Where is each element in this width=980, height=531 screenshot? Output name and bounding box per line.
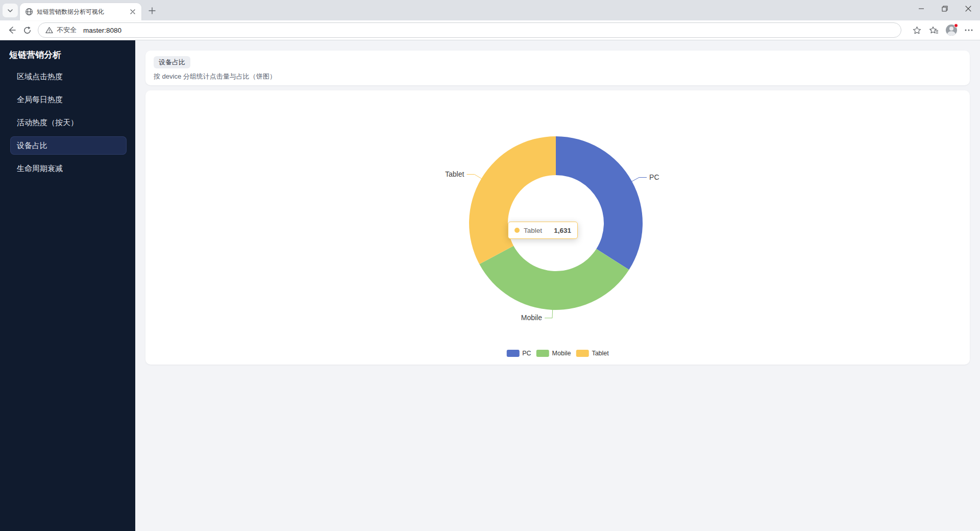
page-content: 短链营销分析 区域点击热度 全局每日热度 活动热度（按天） 设备占比 生命周期衰… bbox=[0, 40, 980, 531]
chart-legend: PC Mobile Tablet bbox=[506, 350, 609, 357]
legend-item-pc[interactable]: PC bbox=[506, 350, 531, 357]
app-title: 短链营销分析 bbox=[0, 40, 135, 61]
label-line-tablet bbox=[467, 174, 481, 178]
close-icon bbox=[130, 9, 135, 14]
ellipsis-icon bbox=[965, 29, 973, 31]
browser-tab[interactable]: 短链营销数据分析可视化 bbox=[20, 3, 141, 20]
sidebar-item-global-daily-heat[interactable]: 全局每日热度 bbox=[10, 90, 127, 109]
chevron-down-icon bbox=[7, 7, 14, 14]
legend-label-mobile: Mobile bbox=[552, 350, 571, 357]
new-tab-button[interactable] bbox=[145, 4, 159, 17]
url-text: master:8080 bbox=[83, 27, 121, 34]
header-card: 设备占比 按 device 分组统计点击量与占比（饼图） bbox=[145, 51, 970, 85]
star-icon bbox=[913, 26, 921, 35]
globe-favicon-icon bbox=[25, 8, 33, 16]
back-arrow-icon bbox=[7, 26, 16, 35]
notification-dot bbox=[954, 23, 958, 28]
legend-swatch-tablet bbox=[576, 350, 589, 357]
browser-menu-button[interactable] bbox=[962, 23, 976, 37]
pie-slice-tablet[interactable] bbox=[469, 136, 556, 264]
collections-button[interactable] bbox=[927, 23, 941, 37]
browser-window: 短链营销数据分析可视化 bbox=[0, 0, 980, 531]
slice-label-mobile: Mobile bbox=[521, 313, 542, 322]
sidebar: 短链营销分析 区域点击热度 全局每日热度 活动热度（按天） 设备占比 生命周期衰… bbox=[0, 40, 135, 531]
browser-toolbar: 不安全 master:8080 bbox=[0, 20, 980, 40]
label-line-mobile bbox=[545, 310, 553, 318]
restore-icon bbox=[942, 6, 948, 12]
legend-swatch-pc bbox=[506, 350, 519, 357]
profile-button[interactable] bbox=[944, 23, 959, 37]
minimize-icon bbox=[918, 6, 924, 12]
favorite-button[interactable] bbox=[910, 23, 924, 37]
security-label: 不安全 bbox=[57, 26, 77, 35]
refresh-icon bbox=[23, 26, 32, 35]
star-lines-icon bbox=[929, 26, 939, 35]
back-button[interactable] bbox=[4, 22, 19, 38]
page-subtitle: 按 device 分组统计点击量与占比（饼图） bbox=[154, 72, 962, 81]
legend-item-mobile[interactable]: Mobile bbox=[536, 350, 571, 357]
restore-button[interactable] bbox=[933, 0, 957, 17]
address-bar[interactable]: 不安全 master:8080 bbox=[38, 22, 901, 38]
not-secure-warning-icon bbox=[45, 27, 53, 34]
tab-search-button[interactable] bbox=[3, 4, 18, 17]
chart-card: PCMobileTablet Tablet 1,631 PC Mobile bbox=[145, 90, 970, 365]
close-icon bbox=[965, 6, 971, 12]
label-line-pc bbox=[632, 178, 647, 182]
tab-title: 短链营销数据分析可视化 bbox=[37, 8, 125, 16]
window-controls bbox=[910, 0, 980, 17]
sidebar-item-region-heat[interactable]: 区域点击热度 bbox=[10, 67, 127, 86]
page-title-badge: 设备占比 bbox=[154, 56, 190, 68]
plus-icon bbox=[149, 7, 156, 14]
pie-slice-pc[interactable] bbox=[556, 136, 643, 270]
legend-item-tablet[interactable]: Tablet bbox=[576, 350, 608, 357]
close-window-button[interactable] bbox=[957, 0, 980, 17]
tab-close-button[interactable] bbox=[128, 7, 137, 16]
device-share-donut-chart[interactable]: PCMobileTablet bbox=[145, 90, 970, 365]
legend-label-pc: PC bbox=[522, 350, 531, 357]
sidebar-item-activity-heat[interactable]: 活动热度（按天） bbox=[10, 113, 127, 132]
sidebar-nav: 区域点击热度 全局每日热度 活动热度（按天） 设备占比 生命周期衰减 bbox=[0, 67, 135, 178]
sidebar-item-lifecycle-decay[interactable]: 生命周期衰减 bbox=[10, 159, 127, 178]
main-content: 设备占比 按 device 分组统计点击量与占比（饼图） PCMobileTab… bbox=[135, 40, 980, 531]
slice-label-pc: PC bbox=[649, 173, 659, 181]
tab-strip: 短链营销数据分析可视化 bbox=[0, 0, 980, 20]
minimize-button[interactable] bbox=[910, 0, 933, 17]
refresh-button[interactable] bbox=[19, 22, 35, 38]
sidebar-item-device-share[interactable]: 设备占比 bbox=[10, 136, 127, 155]
legend-label-tablet: Tablet bbox=[592, 350, 608, 357]
slice-label-tablet: Tablet bbox=[445, 170, 464, 178]
legend-swatch-mobile bbox=[536, 350, 549, 357]
